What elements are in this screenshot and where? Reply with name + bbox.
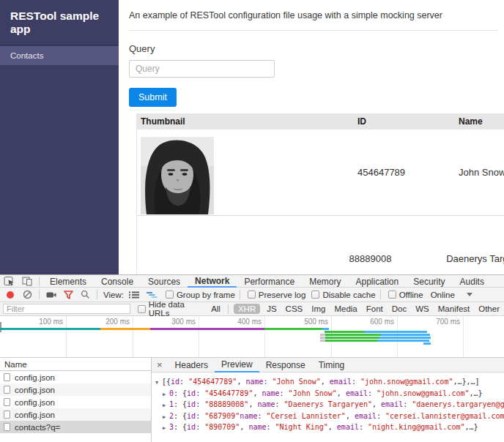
network-toolbar: View: Group by frame Preserve log Disabl… xyxy=(0,288,504,302)
disable-cache-checkbox[interactable] xyxy=(311,291,319,299)
timeline-gridline xyxy=(264,316,265,357)
json-punctuation: , xyxy=(337,389,346,397)
requests-column-header[interactable]: Name xyxy=(0,358,151,371)
json-preview-line[interactable]: ▼[{id: "454647789", name: "John Snow", e… xyxy=(155,377,504,389)
clear-icon[interactable] xyxy=(23,290,32,299)
json-key: email xyxy=(337,423,359,431)
request-waterfall-bar xyxy=(364,331,427,333)
column-header-thumbnail: Thumbnail xyxy=(137,116,357,127)
inspect-element-icon[interactable] xyxy=(4,276,15,286)
request-preview-panel: × HeadersPreviewResponseTiming ▼[{id: "4… xyxy=(152,358,504,442)
filter-pill-img[interactable]: Img xyxy=(311,304,325,313)
request-waterfall-bar xyxy=(325,334,381,336)
json-string-value: "Cersei Lannister" xyxy=(267,412,346,420)
preview-tab-headers[interactable]: Headers xyxy=(168,358,215,372)
json-key: name xyxy=(240,412,257,420)
offline-checkbox[interactable] xyxy=(388,291,396,299)
filter-pill-media[interactable]: Media xyxy=(334,304,357,313)
request-row[interactable]: config.json xyxy=(0,408,151,421)
tab-security[interactable]: Security xyxy=(406,275,452,288)
tab-sources[interactable]: Sources xyxy=(141,275,188,288)
waterfall-view-icon[interactable] xyxy=(147,291,158,299)
request-row[interactable]: config.json xyxy=(0,383,151,396)
json-punctuation: , xyxy=(253,389,262,397)
request-row[interactable]: config.json xyxy=(0,396,151,408)
json-key: id xyxy=(171,378,179,386)
table-row[interactable]: 454647789John Snow xyxy=(137,130,504,216)
divider xyxy=(97,290,97,299)
divider xyxy=(39,290,40,299)
resource-file-icon xyxy=(4,423,10,431)
filter-pill-doc[interactable]: Doc xyxy=(392,304,407,313)
tab-network[interactable]: Network xyxy=(188,275,237,288)
request-waterfall-bar xyxy=(320,337,325,339)
tab-elements[interactable]: Elements xyxy=(42,275,94,288)
view-label: View: xyxy=(103,291,124,299)
network-filter-input[interactable] xyxy=(3,304,130,314)
triangle-collapsed-icon[interactable]: ▶ xyxy=(163,390,169,400)
json-preview-line[interactable]: ▶1: {id: "88889008", name: "Daenerys Tar… xyxy=(155,400,504,411)
group-by-frame-checkbox[interactable] xyxy=(166,291,174,299)
tab-audits[interactable]: Audits xyxy=(453,275,492,288)
requests-panel: Name config.jsonconfig.jsonconfig.jsonco… xyxy=(0,358,152,442)
filter-pill-xhr[interactable]: XHR xyxy=(234,304,260,314)
filter-pill-all[interactable]: All xyxy=(211,304,220,313)
filter-funnel-icon[interactable] xyxy=(64,291,73,299)
list-view-icon[interactable] xyxy=(129,291,139,299)
preview-tab-response[interactable]: Response xyxy=(259,358,312,372)
request-row[interactable]: config.json xyxy=(0,371,151,383)
close-icon[interactable]: × xyxy=(152,359,168,370)
tab-application[interactable]: Application xyxy=(348,275,406,288)
request-waterfall-bar xyxy=(320,334,325,336)
network-overview-timeline[interactable]: 100 ms200 ms300 ms400 ms500 ms600 ms700 … xyxy=(0,316,504,358)
request-waterfall-bar xyxy=(320,340,325,342)
json-preview-line[interactable]: ▶3: {id: "890709", name: "Night King", e… xyxy=(155,422,504,434)
json-preview-content: ▼[{id: "454647789", name: "John Snow", e… xyxy=(152,372,504,442)
json-key: email xyxy=(381,400,403,408)
restool-app-window: RESTool sample app Contacts An example o… xyxy=(0,0,504,274)
json-punctuation: , xyxy=(240,423,248,431)
request-name: config.json xyxy=(15,386,55,394)
tab-memory[interactable]: Memory xyxy=(302,275,348,288)
triangle-collapsed-icon[interactable]: ▶ xyxy=(163,424,169,434)
filter-pill-js[interactable]: JS xyxy=(267,304,276,313)
john-snow-portrait-image xyxy=(141,137,214,214)
json-punctuation: : xyxy=(196,389,204,397)
record-button[interactable] xyxy=(7,291,14,299)
filter-pill-manifest[interactable]: Manifest xyxy=(438,304,470,313)
divider xyxy=(228,304,229,314)
device-toolbar-icon[interactable] xyxy=(22,277,32,286)
json-preview-line[interactable]: ▶0: {id: "454647789", name: "John Snow",… xyxy=(155,389,504,400)
json-punctuation: , xyxy=(372,400,381,408)
filter-pill-font[interactable]: Font xyxy=(366,304,383,313)
page-description: An example of RESTool configuration file… xyxy=(119,0,504,20)
divider xyxy=(240,290,240,299)
triangle-collapsed-icon[interactable]: ▶ xyxy=(163,413,169,423)
tab-performance[interactable]: Performance xyxy=(237,275,302,288)
json-string-value: "cersei.lannister@gmail.com" xyxy=(385,412,504,420)
preview-tab-timing[interactable]: Timing xyxy=(312,358,352,372)
preview-tab-preview[interactable]: Preview xyxy=(215,358,259,372)
throttling-select[interactable]: Online xyxy=(431,291,455,299)
json-preview-line[interactable]: ▶2: {id: "687909"name: "Cersei Lannister… xyxy=(155,411,504,423)
triangle-collapsed-icon[interactable]: ▶ xyxy=(163,401,169,411)
filter-pill-other[interactable]: Other xyxy=(478,304,500,313)
tab-console[interactable]: Console xyxy=(94,275,141,288)
hide-data-urls-checkbox[interactable] xyxy=(138,305,146,313)
json-punctuation: : xyxy=(179,378,188,386)
submit-button[interactable]: Submit xyxy=(129,88,177,107)
chevron-down-icon[interactable] xyxy=(467,293,472,296)
filter-pill-css[interactable]: CSS xyxy=(286,304,303,313)
request-row[interactable]: contacts?q= xyxy=(0,421,151,433)
screenshot-camera-icon[interactable] xyxy=(46,291,56,299)
filter-pill-ws[interactable]: WS xyxy=(415,304,429,313)
query-input[interactable] xyxy=(129,60,275,78)
triangle-expanded-icon[interactable]: ▼ xyxy=(155,378,162,389)
sidebar-item-contacts[interactable]: Contacts xyxy=(0,46,119,65)
search-icon[interactable] xyxy=(81,290,90,299)
preserve-log-checkbox[interactable] xyxy=(248,291,256,299)
json-string-value: "Daenerys Targaryen" xyxy=(284,400,372,408)
devtools-tabbar: ElementsConsoleSourcesNetworkPerformance… xyxy=(0,275,504,288)
table-row[interactable]: 88889008Daenerys Targaryen xyxy=(137,216,504,274)
timeline-tick-label: 600 ms xyxy=(370,318,397,326)
